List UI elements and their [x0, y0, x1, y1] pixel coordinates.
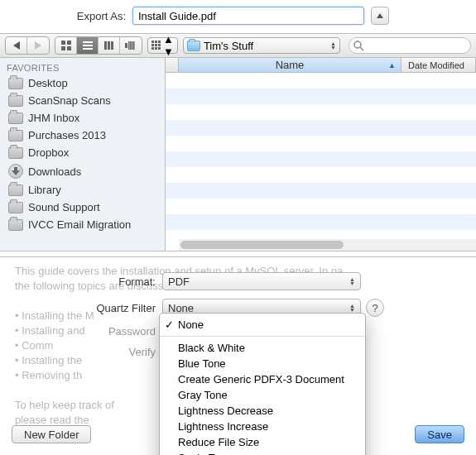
help-button[interactable]: ?: [366, 299, 384, 317]
list-row[interactable]: [166, 199, 476, 214]
list-row[interactable]: [166, 120, 476, 136]
menu-item-pdfx3[interactable]: Create Generic PDFX-3 Document: [160, 371, 365, 387]
menu-item-gray-tone[interactable]: Gray Tone: [160, 387, 365, 403]
menu-item-sepia-tone[interactable]: Sepia Tone: [160, 450, 365, 455]
browser-toolbar: ▲▼ Tim's Stuff ▲▼: [0, 33, 476, 58]
sidebar-item-library[interactable]: Library: [0, 181, 165, 199]
menu-item-none[interactable]: None: [160, 317, 365, 333]
filename-input[interactable]: [132, 7, 364, 25]
chevron-updown-icon: ▲▼: [349, 304, 355, 312]
quartz-filter-label: Quartz Filter: [15, 302, 162, 314]
svg-rect-3: [61, 41, 65, 45]
svg-rect-6: [67, 46, 71, 50]
scrollbar-thumb[interactable]: [180, 241, 344, 249]
folder-icon: [8, 147, 23, 159]
svg-rect-17: [133, 41, 135, 50]
folder-icon: [8, 184, 23, 196]
collapse-disclosure-button[interactable]: [371, 7, 389, 25]
icon-view-button[interactable]: [55, 37, 77, 54]
sidebar-item-desktop[interactable]: Desktop: [0, 74, 165, 92]
list-row[interactable]: [166, 214, 476, 230]
nav-segmented: [5, 36, 50, 55]
new-folder-button[interactable]: New Folder: [12, 425, 91, 443]
list-row[interactable]: [166, 136, 476, 151]
svg-rect-5: [61, 46, 65, 50]
sidebar-item-jhm-inbox[interactable]: JHM Inbox: [0, 109, 165, 127]
horizontal-scrollbar[interactable]: [179, 239, 476, 251]
folder-icon: [8, 202, 23, 213]
svg-rect-20: [158, 41, 161, 43]
menu-item-lightness-increase[interactable]: Lightness Increase: [160, 419, 365, 434]
list-row[interactable]: [166, 151, 476, 167]
chevron-updown-icon: ▲▼: [163, 33, 174, 58]
file-list: Name▲ Date Modified: [166, 58, 476, 251]
svg-point-27: [354, 41, 361, 48]
svg-rect-10: [104, 41, 107, 50]
svg-rect-24: [151, 47, 154, 50]
menu-item-blue-tone[interactable]: Blue Tone: [160, 356, 365, 371]
svg-rect-21: [151, 44, 154, 46]
column-header-date[interactable]: Date Modified: [401, 58, 476, 72]
folder-icon: [8, 113, 23, 124]
svg-marker-1: [13, 41, 20, 50]
format-popup-button[interactable]: PDF ▲▼: [162, 272, 361, 290]
column-header-name[interactable]: Name▲: [179, 58, 401, 72]
action-menu-button[interactable]: ▲▼: [147, 37, 178, 54]
svg-marker-2: [35, 41, 41, 50]
svg-marker-29: [12, 167, 20, 175]
sort-asc-icon: ▲: [388, 61, 396, 69]
export-as-label: Export As:: [10, 10, 126, 22]
sidebar-item-purchases[interactable]: Purchases 2013: [0, 127, 165, 144]
search-icon: [353, 40, 364, 51]
sidebar-item-ivcc-email[interactable]: IVCC Email Migration: [0, 216, 165, 233]
menu-item-black-white[interactable]: Black & White: [160, 340, 365, 356]
sidebar-item-scansnap[interactable]: ScanSnap Scans: [0, 92, 165, 109]
columns-icon: [104, 41, 114, 50]
location-popup-button[interactable]: Tim's Stuff ▲▼: [183, 37, 340, 54]
sidebar-item-label: JHM Inbox: [28, 112, 79, 124]
sidebar-item-dropbox[interactable]: Dropbox: [0, 144, 165, 161]
coverflow-view-button[interactable]: [120, 37, 142, 54]
verify-label: Verify: [15, 346, 162, 358]
sidebar-item-label: Purchases 2013: [28, 129, 106, 141]
svg-rect-12: [111, 41, 113, 50]
list-row[interactable]: [166, 73, 476, 89]
menu-item-lightness-decrease[interactable]: Lightness Decrease: [160, 403, 365, 419]
svg-rect-7: [83, 41, 93, 43]
quartz-filter-menu: None Black & White Blue Tone Create Gene…: [159, 313, 366, 455]
location-label: Tim's Stuff: [204, 40, 253, 52]
chevron-updown-icon: ▲▼: [349, 277, 355, 285]
sidebar-item-sound-support[interactable]: Sound Support: [0, 199, 165, 216]
folder-icon: [8, 78, 23, 89]
sidebar-item-label: ScanSnap Scans: [28, 94, 111, 107]
password-label: Password: [15, 325, 162, 338]
forward-button[interactable]: [27, 37, 49, 54]
search-input[interactable]: [349, 37, 471, 54]
list-rows: [166, 73, 476, 251]
list-row[interactable]: [166, 167, 476, 183]
list-header: Name▲ Date Modified: [166, 58, 476, 73]
list-row[interactable]: [166, 104, 476, 120]
back-button[interactable]: [6, 37, 27, 54]
format-label: Format:: [15, 275, 162, 288]
sidebar-item-downloads[interactable]: Downloads: [0, 161, 165, 181]
svg-rect-25: [155, 47, 157, 50]
list-icon: [83, 41, 93, 50]
chevron-right-icon: [35, 41, 41, 50]
list-view-button[interactable]: [77, 37, 99, 54]
menu-item-reduce-file-size[interactable]: Reduce File Size: [160, 434, 365, 450]
sidebar-item-label: Dropbox: [28, 146, 69, 159]
svg-rect-8: [83, 45, 93, 46]
sidebar: FAVORITES Desktop ScanSnap Scans JHM Inb…: [0, 58, 166, 251]
column-view-button[interactable]: [99, 37, 120, 54]
format-value: PDF: [168, 275, 190, 288]
save-button[interactable]: Save: [415, 425, 464, 443]
list-row[interactable]: [166, 183, 476, 199]
svg-rect-15: [130, 41, 132, 50]
svg-rect-19: [155, 41, 157, 43]
grid-menu-icon: [151, 41, 161, 50]
chevron-left-icon: [13, 41, 20, 50]
folder-icon: [8, 95, 23, 107]
list-row[interactable]: [166, 89, 476, 104]
svg-rect-11: [108, 41, 110, 50]
